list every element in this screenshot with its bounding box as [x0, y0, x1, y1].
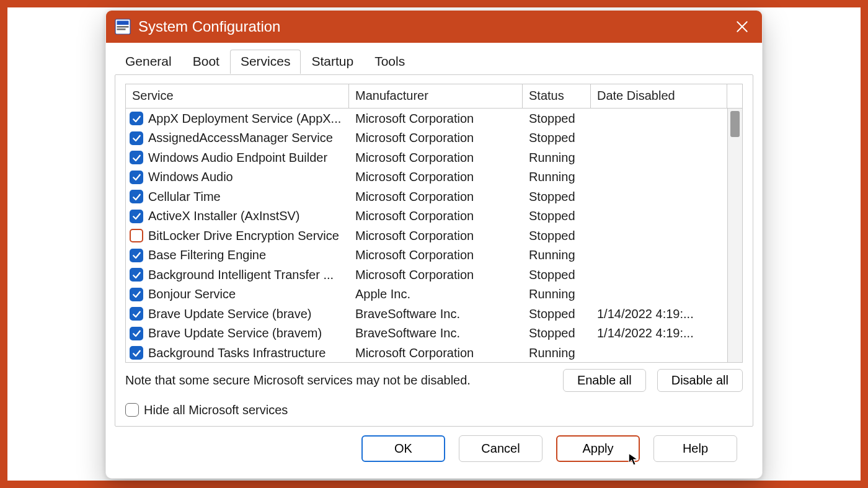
service-manufacturer: Microsoft Corporation	[349, 131, 523, 145]
service-status: Running	[523, 170, 591, 184]
service-manufacturer: Microsoft Corporation	[349, 346, 523, 360]
titlebar: System Configuration	[106, 11, 762, 43]
system-configuration-dialog: System Configuration GeneralBootServices…	[105, 10, 763, 479]
tab-startup[interactable]: Startup	[301, 50, 364, 74]
apply-button[interactable]: Apply	[556, 435, 640, 462]
service-name: Bonjour Service	[148, 287, 236, 301]
tab-general[interactable]: General	[115, 50, 182, 74]
secure-services-note: Note that some secure Microsoft services…	[125, 373, 552, 388]
window-title: System Configuration	[138, 18, 726, 35]
tab-boot[interactable]: Boot	[182, 50, 230, 74]
column-service[interactable]: Service	[126, 84, 349, 109]
service-row[interactable]: Bonjour ServiceApple Inc.Running	[126, 285, 742, 304]
service-row[interactable]: Windows Audio Endpoint BuilderMicrosoft …	[126, 148, 742, 167]
service-row[interactable]: Background Intelligent Transfer ...Micro…	[126, 265, 742, 285]
service-name: Brave Update Service (brave)	[148, 307, 311, 321]
service-name: BitLocker Drive Encryption Service	[148, 229, 339, 243]
service-status: Running	[523, 346, 591, 360]
services-list-header: Service Manufacturer Status Date Disable…	[126, 84, 742, 109]
service-checkbox[interactable]	[130, 131, 143, 145]
help-button[interactable]: Help	[653, 435, 737, 462]
service-manufacturer: Apple Inc.	[349, 287, 523, 301]
column-date-disabled[interactable]: Date Disabled	[591, 84, 727, 109]
hide-microsoft-checkbox[interactable]	[125, 403, 139, 417]
service-row[interactable]: Cellular TimeMicrosoft CorporationStoppe…	[126, 187, 742, 206]
service-name: Base Filtering Engine	[148, 248, 266, 262]
services-list: Service Manufacturer Status Date Disable…	[125, 84, 743, 363]
service-checkbox[interactable]	[130, 229, 143, 242]
services-panel: Service Manufacturer Status Date Disable…	[115, 74, 753, 427]
service-manufacturer: Microsoft Corporation	[349, 268, 523, 282]
service-status: Stopped	[523, 307, 591, 321]
service-name: Background Tasks Infrastructure	[148, 346, 326, 360]
service-date-disabled: 1/14/2022 4:19:...	[591, 307, 727, 321]
service-status: Stopped	[523, 326, 591, 340]
service-row[interactable]: Brave Update Service (bravem)BraveSoftwa…	[126, 324, 742, 344]
service-manufacturer: Microsoft Corporation	[349, 170, 523, 184]
service-manufacturer: BraveSoftware Inc.	[349, 307, 523, 321]
service-checkbox[interactable]	[130, 288, 143, 301]
service-name: AssignedAccessManager Service	[148, 131, 333, 145]
service-name: Brave Update Service (bravem)	[148, 326, 322, 340]
service-status: Stopped	[523, 190, 591, 204]
service-checkbox[interactable]	[130, 249, 143, 262]
service-status: Running	[523, 248, 591, 262]
service-name: Windows Audio Endpoint Builder	[148, 151, 327, 165]
service-checkbox[interactable]	[130, 346, 143, 360]
service-manufacturer: Microsoft Corporation	[349, 209, 523, 223]
service-status: Stopped	[523, 209, 591, 223]
service-checkbox[interactable]	[130, 210, 143, 223]
enable-all-button[interactable]: Enable all	[563, 369, 646, 392]
service-status: Stopped	[523, 268, 591, 282]
service-manufacturer: BraveSoftware Inc.	[349, 326, 523, 340]
svg-rect-3	[117, 26, 129, 28]
service-manufacturer: Microsoft Corporation	[349, 112, 523, 126]
svg-rect-4	[117, 29, 126, 30]
service-name: AppX Deployment Service (AppX...	[148, 112, 341, 126]
msconfig-icon	[115, 19, 131, 35]
service-status: Stopped	[523, 131, 591, 145]
service-date-disabled: 1/14/2022 4:19:...	[591, 326, 727, 340]
service-checkbox[interactable]	[130, 327, 143, 340]
tab-tools[interactable]: Tools	[364, 50, 415, 74]
service-name: Cellular Time	[148, 190, 221, 204]
service-name: Background Intelligent Transfer ...	[148, 268, 334, 282]
service-name: Windows Audio	[148, 170, 233, 184]
service-name: ActiveX Installer (AxInstSV)	[148, 209, 300, 223]
svg-rect-2	[117, 20, 129, 25]
service-checkbox[interactable]	[130, 307, 143, 321]
column-status[interactable]: Status	[523, 84, 591, 109]
tab-services[interactable]: Services	[230, 50, 301, 74]
service-status: Stopped	[523, 229, 591, 243]
service-row[interactable]: AppX Deployment Service (AppX...Microsof…	[126, 109, 742, 128]
service-manufacturer: Microsoft Corporation	[349, 229, 523, 243]
service-row[interactable]: Brave Update Service (brave)BraveSoftwar…	[126, 304, 742, 324]
tabstrip: GeneralBootServicesStartupTools	[115, 49, 753, 73]
service-checkbox[interactable]	[130, 268, 143, 282]
dialog-footer: OK Cancel Apply Help	[115, 427, 753, 467]
service-row[interactable]: Windows AudioMicrosoft CorporationRunnin…	[126, 167, 742, 187]
service-checkbox[interactable]	[130, 112, 143, 125]
cancel-button[interactable]: Cancel	[459, 435, 542, 462]
service-checkbox[interactable]	[130, 190, 143, 203]
scrollbar[interactable]	[727, 109, 742, 362]
disable-all-button[interactable]: Disable all	[657, 369, 743, 392]
column-spacer	[727, 84, 742, 109]
hide-microsoft-label: Hide all Microsoft services	[144, 403, 288, 417]
service-row[interactable]: AssignedAccessManager ServiceMicrosoft C…	[126, 128, 742, 148]
ok-button[interactable]: OK	[361, 435, 445, 462]
service-checkbox[interactable]	[130, 171, 143, 184]
scrollbar-thumb[interactable]	[730, 111, 740, 137]
service-manufacturer: Microsoft Corporation	[349, 190, 523, 204]
service-row[interactable]: Background Tasks InfrastructureMicrosoft…	[126, 343, 742, 362]
service-row[interactable]: ActiveX Installer (AxInstSV)Microsoft Co…	[126, 206, 742, 226]
service-checkbox[interactable]	[130, 151, 143, 164]
service-manufacturer: Microsoft Corporation	[349, 248, 523, 262]
column-manufacturer[interactable]: Manufacturer	[349, 84, 523, 109]
service-row[interactable]: Base Filtering EngineMicrosoft Corporati…	[126, 246, 742, 265]
service-status: Running	[523, 287, 591, 301]
service-row[interactable]: BitLocker Drive Encryption ServiceMicros…	[126, 226, 742, 246]
close-button[interactable]	[733, 18, 751, 35]
service-status: Running	[523, 151, 591, 165]
service-status: Stopped	[523, 112, 591, 126]
